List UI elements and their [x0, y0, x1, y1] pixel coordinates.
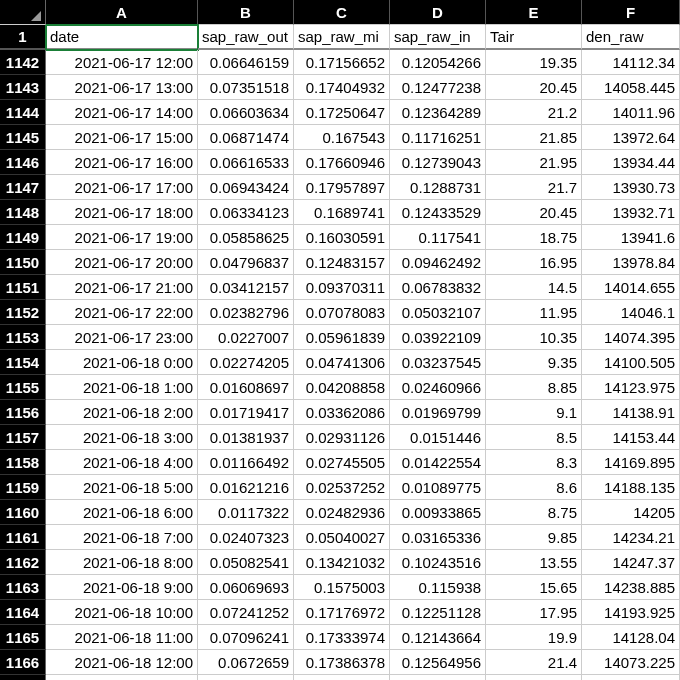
cell[interactable]: 14153.44	[582, 425, 680, 450]
cell[interactable]: 0.12251128	[390, 600, 486, 625]
cell[interactable]: 0.12477238	[390, 75, 486, 100]
cell[interactable]: 14234.21	[582, 525, 680, 550]
cell[interactable]: 0.12739043	[390, 150, 486, 175]
cell[interactable]: 2021-06-17 22:00	[46, 300, 198, 325]
cell[interactable]: 2021-06-17 23:00	[46, 325, 198, 350]
header-cell-F[interactable]: den_raw	[582, 25, 680, 50]
row-header[interactable]: 1156	[0, 400, 46, 425]
cell[interactable]: 2021-06-18 12:00	[46, 650, 198, 675]
header-cell-D[interactable]: sap_raw_in	[390, 25, 486, 50]
cell[interactable]: 2021-06-17 17:00	[46, 175, 198, 200]
row-header[interactable]: 1152	[0, 300, 46, 325]
cell[interactable]: 14247.37	[582, 550, 680, 575]
cell[interactable]: 0.01719417	[198, 400, 294, 425]
cell[interactable]: 0.03412157	[198, 275, 294, 300]
cell[interactable]: 2021-06-17 13:00	[46, 75, 198, 100]
cell[interactable]: 2021-06-17 18:00	[46, 200, 198, 225]
cell[interactable]: 14169.895	[582, 450, 680, 475]
cell[interactable]: 0.06334123	[198, 200, 294, 225]
cell[interactable]: 14073.225	[582, 650, 680, 675]
cell[interactable]: 0.07351518	[198, 75, 294, 100]
row-header[interactable]: 1143	[0, 75, 46, 100]
cell[interactable]: 13930.73	[582, 175, 680, 200]
cell[interactable]: 0.02382796	[198, 300, 294, 325]
cell[interactable]: 0.05032107	[390, 300, 486, 325]
cell[interactable]: 0.01608697	[198, 375, 294, 400]
cell[interactable]: 0.07241252	[198, 600, 294, 625]
cell[interactable]: 8.6	[486, 475, 582, 500]
cell[interactable]: 14100.505	[582, 350, 680, 375]
cell[interactable]: 0.17156652	[294, 50, 390, 75]
cell[interactable]: 0.06603634	[198, 100, 294, 125]
cell[interactable]: 9.1	[486, 400, 582, 425]
active-cell[interactable]: date	[46, 25, 198, 50]
header-cell-E[interactable]: Tair	[486, 25, 582, 50]
cell[interactable]: 9.85	[486, 525, 582, 550]
cell[interactable]: 0.06943424	[198, 175, 294, 200]
cell[interactable]: 0.12143664	[390, 625, 486, 650]
cell[interactable]: 0.12564956	[390, 650, 486, 675]
cell[interactable]: 14046.1	[582, 300, 680, 325]
row-header[interactable]: 1145	[0, 125, 46, 150]
cell[interactable]: 0.02407323	[198, 525, 294, 550]
cell[interactable]: 0.02537252	[294, 475, 390, 500]
cell[interactable]: 0.02931126	[294, 425, 390, 450]
select-all-corner[interactable]	[0, 0, 46, 25]
row-header[interactable]: 1148	[0, 200, 46, 225]
column-header-E[interactable]: E	[486, 0, 582, 25]
row-header[interactable]: 1149	[0, 225, 46, 250]
row-header[interactable]: 1162	[0, 550, 46, 575]
row-header[interactable]: 1157	[0, 425, 46, 450]
cell[interactable]: 2021-06-17 20:00	[46, 250, 198, 275]
row-header[interactable]: 1150	[0, 250, 46, 275]
cell[interactable]: 14074.395	[582, 325, 680, 350]
cell[interactable]: 2021-06-18 7:00	[46, 525, 198, 550]
cell[interactable]: 21.7	[486, 175, 582, 200]
cell[interactable]: 21.95	[486, 150, 582, 175]
cell[interactable]: 0.1288731	[390, 175, 486, 200]
cell[interactable]: 14.5	[486, 275, 582, 300]
row-header[interactable]: 1161	[0, 525, 46, 550]
cell[interactable]: 16.95	[486, 250, 582, 275]
cell[interactable]: 14138.91	[582, 400, 680, 425]
cell[interactable]: 13941.6	[582, 225, 680, 250]
cell[interactable]: 14128.04	[582, 625, 680, 650]
cell[interactable]: 0.01089775	[390, 475, 486, 500]
cell[interactable]: 14188.135	[582, 475, 680, 500]
cell[interactable]: 0.02745505	[294, 450, 390, 475]
header-cell-C[interactable]: sap_raw_mi	[294, 25, 390, 50]
cell[interactable]: 0.09462492	[390, 250, 486, 275]
header-cell-B[interactable]: sap_raw_out	[198, 25, 294, 50]
row-header[interactable]: 1146	[0, 150, 46, 175]
cell[interactable]: 0.06616533	[198, 150, 294, 175]
cell[interactable]: 2021-06-18 3:00	[46, 425, 198, 450]
cell[interactable]: 0.167543	[294, 125, 390, 150]
cell[interactable]: 0.0227007	[198, 325, 294, 350]
cell[interactable]: 0.12433529	[390, 200, 486, 225]
cell[interactable]: 0.17333974	[294, 625, 390, 650]
cell[interactable]: 21.4	[486, 650, 582, 675]
cell[interactable]: 0.05961839	[294, 325, 390, 350]
cell[interactable]: 8.75	[486, 500, 582, 525]
cell[interactable]: 0.06783832	[390, 275, 486, 300]
cell[interactable]: 17.95	[486, 600, 582, 625]
cell[interactable]: 0.02482936	[294, 500, 390, 525]
cell[interactable]: 14090.65	[582, 675, 680, 680]
cell[interactable]: 13932.71	[582, 200, 680, 225]
cell[interactable]: 21.2	[486, 100, 582, 125]
row-header[interactable]: 1151	[0, 275, 46, 300]
cell[interactable]: 14058.445	[582, 75, 680, 100]
cell[interactable]: 9.35	[486, 350, 582, 375]
cell[interactable]: 0.117541	[390, 225, 486, 250]
cell[interactable]: 0.0672659	[198, 650, 294, 675]
cell[interactable]: 2021-06-18 2:00	[46, 400, 198, 425]
cell[interactable]: 14123.975	[582, 375, 680, 400]
cell[interactable]: 8.5	[486, 425, 582, 450]
cell[interactable]: 0.04796837	[198, 250, 294, 275]
cell[interactable]: 0.12364289	[390, 100, 486, 125]
cell[interactable]: 2021-06-18 13:00	[46, 675, 198, 680]
row-header[interactable]: 1153	[0, 325, 46, 350]
cell[interactable]: 14205	[582, 500, 680, 525]
cell[interactable]: 2021-06-17 16:00	[46, 150, 198, 175]
cell[interactable]: 0.06646159	[198, 50, 294, 75]
